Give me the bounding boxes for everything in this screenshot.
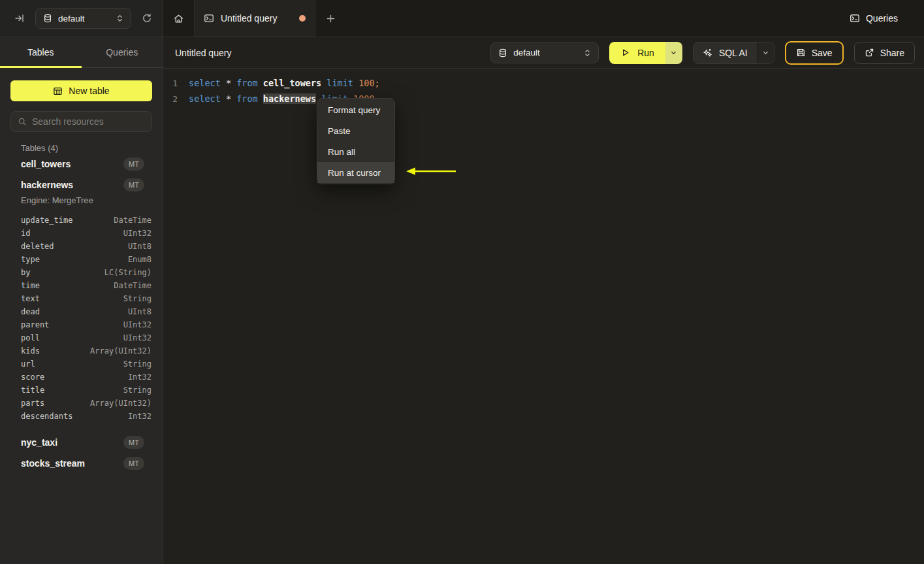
- column-type: Array(UInt32): [90, 399, 151, 408]
- table-name: stocks_stream: [21, 458, 85, 469]
- column-type: Int32: [128, 373, 151, 382]
- table-row-nyc-taxi[interactable]: nyc_taxi MT: [0, 432, 163, 453]
- column-name: descendants: [21, 412, 72, 421]
- run-button-main[interactable]: Run: [609, 42, 665, 64]
- column-row: partsArray(UInt32): [0, 397, 163, 410]
- column-name: update_time: [21, 216, 72, 225]
- toolbar-database-selector[interactable]: default: [490, 42, 599, 63]
- home-button[interactable]: [163, 0, 194, 37]
- sidebar-tabs: Tables Queries: [0, 37, 163, 68]
- column-type: UInt32: [123, 320, 151, 329]
- table-engine-label: Engine: MergeTree: [0, 195, 163, 207]
- refresh-icon: [142, 13, 152, 24]
- context-menu-item-paste[interactable]: Paste: [317, 120, 394, 141]
- column-row: titleString: [0, 384, 163, 397]
- sidebar-tab-queries[interactable]: Queries: [82, 37, 163, 67]
- column-type: String: [123, 359, 151, 369]
- sidebar-content: New table Tables (4) cell_towers: [0, 68, 163, 474]
- queries-button-label: Queries: [866, 13, 898, 24]
- sql-editor[interactable]: 1 select * from cell_towers limit 100; 2…: [163, 69, 924, 564]
- column-name: id: [21, 229, 30, 238]
- column-type: String: [123, 294, 151, 303]
- code-text: select * from cell_towers limit 100;: [189, 78, 380, 88]
- sql-number: 100;: [358, 78, 380, 88]
- table-name: nyc_taxi: [21, 437, 57, 448]
- column-type: DateTime: [114, 281, 151, 290]
- table-name: hackernews: [21, 180, 73, 190]
- column-row: pollUInt32: [0, 331, 163, 344]
- run-button-label: Run: [637, 48, 654, 58]
- unsaved-changes-dot: [299, 15, 306, 22]
- play-icon: [620, 48, 630, 58]
- terminal-icon: [850, 13, 860, 24]
- column-name: text: [21, 294, 40, 303]
- save-button[interactable]: Save: [785, 41, 844, 65]
- column-name: time: [21, 281, 40, 290]
- tables-section-label: Tables (4): [21, 143, 142, 154]
- chevron-down-icon: [670, 49, 677, 56]
- column-row: timeDateTime: [0, 279, 163, 292]
- table-row-stocks-stream[interactable]: stocks_stream MT: [0, 453, 163, 474]
- query-title: Untitled query: [175, 48, 231, 58]
- updown-chevrons-icon: [116, 14, 123, 23]
- sql-star: *: [226, 93, 236, 104]
- run-button[interactable]: Run: [609, 42, 682, 64]
- home-icon: [173, 13, 184, 24]
- annotation-arrow-left-icon: [405, 167, 457, 176]
- share-icon: [865, 48, 874, 58]
- sql-ai-button[interactable]: SQL AI: [693, 42, 774, 64]
- line-number: 1: [163, 78, 178, 88]
- refresh-button[interactable]: [138, 9, 156, 27]
- sql-ai-button-main[interactable]: SQL AI: [693, 42, 757, 63]
- sql-keyword: select: [189, 78, 226, 88]
- run-options-dropdown[interactable]: [665, 42, 682, 64]
- sidebar-tab-tables[interactable]: Tables: [0, 37, 82, 67]
- context-menu-item-run-all[interactable]: Run all: [317, 141, 394, 162]
- sql-ai-button-label: SQL AI: [719, 48, 748, 58]
- line-number: 2: [163, 94, 178, 104]
- column-name: dead: [21, 307, 40, 316]
- column-row: textString: [0, 292, 163, 305]
- query-toolbar: Untitled query default: [163, 37, 924, 69]
- column-name: parts: [21, 399, 44, 408]
- table-row-cell-towers[interactable]: cell_towers MT: [0, 154, 163, 174]
- sidebar-tab-tables-label: Tables: [27, 47, 54, 58]
- database-icon: [43, 14, 52, 23]
- search-input[interactable]: [32, 116, 150, 127]
- sql-keyword: from: [236, 93, 263, 104]
- column-row: byLC(String): [0, 266, 163, 279]
- engine-badge: MT: [123, 457, 144, 470]
- engine-badge: MT: [123, 178, 144, 191]
- sql-keyword: from: [236, 78, 263, 88]
- code-line-1: 1 select * from cell_towers limit 100;: [163, 75, 924, 91]
- tab-untitled-query[interactable]: Untitled query: [194, 0, 315, 37]
- new-tab-button[interactable]: [315, 0, 345, 37]
- database-selector[interactable]: default: [35, 8, 131, 29]
- top-bar-left: default: [0, 0, 163, 37]
- context-menu-item-format-query[interactable]: Format query: [317, 99, 394, 120]
- share-button-label: Share: [880, 48, 904, 58]
- column-row: urlString: [0, 357, 163, 371]
- table-name: cell_towers: [21, 159, 71, 169]
- sql-ai-dropdown[interactable]: [757, 42, 774, 63]
- column-name: parent: [21, 320, 49, 329]
- table-icon: [53, 86, 63, 96]
- column-type: UInt32: [123, 333, 151, 342]
- table-row-hackernews[interactable]: hackernews MT: [0, 174, 163, 195]
- column-row: deletedUInt8: [0, 240, 163, 253]
- collapse-sidebar-button[interactable]: [10, 9, 29, 27]
- sql-keyword: select: [189, 93, 226, 104]
- queries-button[interactable]: Queries: [850, 0, 898, 37]
- context-menu-item-run-at-cursor[interactable]: Run at cursor: [317, 162, 394, 183]
- search-icon: [18, 117, 27, 126]
- share-button[interactable]: Share: [854, 42, 915, 64]
- column-type: DateTime: [114, 216, 151, 225]
- sidebar: Tables Queries New table: [0, 37, 163, 564]
- column-name: poll: [21, 333, 40, 342]
- sparkle-icon: [703, 48, 712, 58]
- column-type: Enum8: [128, 255, 151, 264]
- search-box: [10, 111, 152, 132]
- engine-badge: MT: [123, 158, 144, 171]
- sql-table-name-selected: hackernews: [263, 93, 316, 104]
- new-table-button[interactable]: New table: [10, 80, 152, 101]
